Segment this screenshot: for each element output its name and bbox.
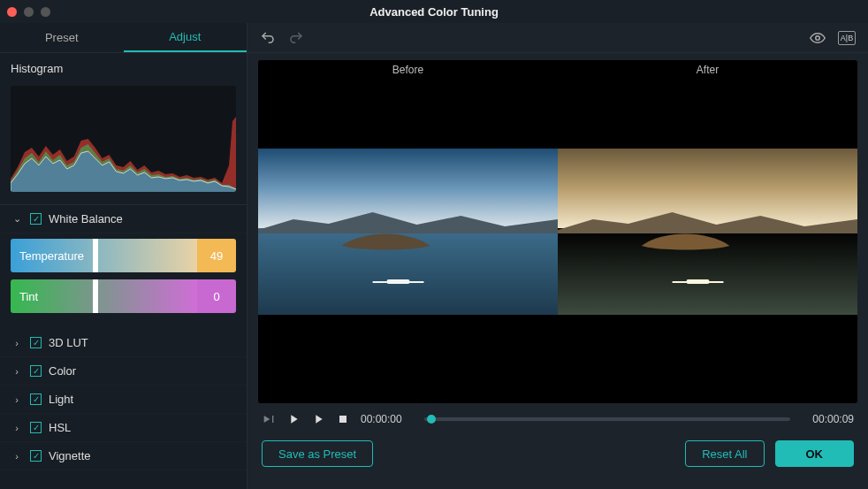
section-label: Color bbox=[49, 364, 76, 378]
preview-after bbox=[558, 149, 857, 315]
checkbox-color[interactable]: ✓ bbox=[30, 365, 42, 377]
time-total: 00:00:09 bbox=[801, 413, 854, 425]
temperature-slider[interactable]: Temperature 49 bbox=[11, 239, 236, 272]
stop-button[interactable] bbox=[336, 412, 350, 426]
time-current: 00:00:00 bbox=[361, 413, 414, 425]
section-label: Vignette bbox=[49, 449, 90, 462]
chevron-right-icon: › bbox=[11, 451, 23, 462]
before-label: Before bbox=[258, 64, 558, 76]
bottom-bar: Save as Preset Reset All OK bbox=[247, 426, 868, 479]
chevron-right-icon: › bbox=[11, 394, 23, 405]
svg-rect-5 bbox=[558, 149, 857, 228]
tint-handle[interactable] bbox=[93, 279, 98, 313]
svg-point-0 bbox=[816, 35, 820, 40]
checkbox-3d-lut[interactable]: ✓ bbox=[30, 337, 42, 348]
chevron-right-icon: › bbox=[11, 338, 23, 348]
adjust-panel: Preset Adjust Histogram ⌄ ✓ White Balanc… bbox=[0, 23, 247, 489]
preview-toolbar: A|B bbox=[247, 23, 868, 53]
section-3d-lut[interactable]: › ✓ 3D LUT bbox=[0, 329, 247, 357]
histogram-label: Histogram bbox=[0, 53, 247, 80]
preview-area: Before After bbox=[258, 60, 857, 403]
svg-rect-8 bbox=[673, 281, 724, 283]
chevron-down-icon: ⌄ bbox=[11, 213, 23, 225]
playback-bar: 00:00:00 00:00:09 bbox=[247, 403, 868, 426]
timeline[interactable] bbox=[424, 417, 790, 421]
titlebar: Advanced Color Tuning bbox=[0, 0, 868, 23]
window-title: Advanced Color Tuning bbox=[0, 5, 868, 19]
section-label: Light bbox=[49, 393, 73, 406]
after-label: After bbox=[558, 64, 857, 76]
tab-adjust[interactable]: Adjust bbox=[124, 23, 247, 52]
preview-panel: A|B Before After bbox=[247, 23, 868, 489]
tab-preset[interactable]: Preset bbox=[0, 23, 124, 52]
section-label: HSL bbox=[49, 421, 71, 434]
section-label: White Balance bbox=[49, 212, 123, 225]
section-color[interactable]: › ✓ Color bbox=[0, 357, 247, 386]
next-frame-button[interactable] bbox=[311, 412, 325, 426]
tint-slider[interactable]: Tint 0 bbox=[11, 279, 236, 313]
svg-rect-9 bbox=[339, 416, 346, 423]
checkbox-light[interactable]: ✓ bbox=[30, 393, 42, 405]
redo-icon[interactable] bbox=[288, 30, 304, 46]
ok-button[interactable]: OK bbox=[775, 440, 855, 467]
temperature-label: Temperature bbox=[19, 249, 84, 263]
chevron-right-icon: › bbox=[11, 423, 23, 433]
histogram bbox=[11, 86, 236, 192]
play-button[interactable] bbox=[286, 412, 301, 426]
preview-labels: Before After bbox=[258, 64, 857, 76]
section-label: 3D LUT bbox=[49, 336, 88, 349]
temperature-value: 49 bbox=[197, 239, 236, 272]
preview-before bbox=[258, 149, 558, 315]
panel-tabs: Preset Adjust bbox=[0, 23, 247, 53]
section-vignette[interactable]: › ✓ Vignette bbox=[0, 442, 247, 470]
prev-frame-button[interactable] bbox=[262, 412, 276, 426]
tint-label: Tint bbox=[19, 290, 38, 303]
zoom-window-button[interactable] bbox=[41, 7, 50, 17]
temperature-handle[interactable] bbox=[93, 239, 98, 272]
tint-value: 0 bbox=[197, 279, 236, 313]
svg-rect-1 bbox=[258, 149, 558, 228]
save-as-preset-button[interactable]: Save as Preset bbox=[262, 440, 373, 467]
checkbox-hsl[interactable]: ✓ bbox=[30, 422, 42, 433]
timeline-cursor[interactable] bbox=[427, 415, 436, 424]
minimize-window-button[interactable] bbox=[24, 7, 34, 17]
close-window-button[interactable] bbox=[7, 7, 17, 17]
section-hsl[interactable]: › ✓ HSL bbox=[0, 414, 247, 442]
svg-rect-4 bbox=[373, 281, 424, 283]
section-light[interactable]: › ✓ Light bbox=[0, 386, 247, 414]
preview-visibility-icon[interactable] bbox=[810, 30, 826, 46]
compare-ab-button[interactable]: A|B bbox=[838, 31, 856, 45]
checkbox-white-balance[interactable]: ✓ bbox=[30, 213, 42, 225]
chevron-right-icon: › bbox=[11, 366, 23, 377]
reset-all-button[interactable]: Reset All bbox=[685, 440, 764, 467]
section-white-balance[interactable]: ⌄ ✓ White Balance bbox=[0, 205, 247, 233]
undo-icon[interactable] bbox=[260, 30, 276, 46]
window-controls bbox=[7, 7, 50, 17]
checkbox-vignette[interactable]: ✓ bbox=[30, 450, 42, 462]
